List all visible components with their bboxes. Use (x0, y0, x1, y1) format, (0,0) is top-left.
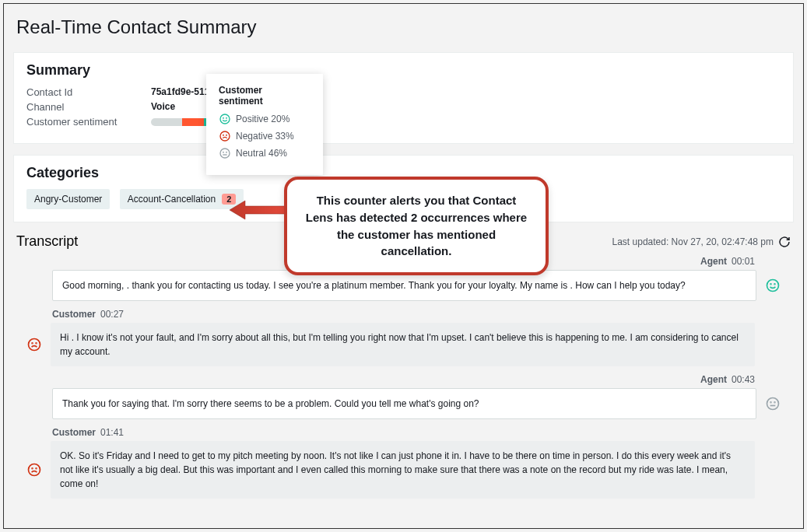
timestamp: 00:01 (732, 256, 755, 267)
annotation-callout: This counter alerts you that Contact Len… (284, 177, 549, 275)
contact-id-value: 75a1fd9e-511 (151, 86, 209, 98)
svg-point-16 (36, 343, 37, 344)
svg-point-21 (29, 464, 40, 476)
svg-point-3 (220, 131, 230, 141)
svg-point-0 (220, 114, 230, 124)
svg-point-1 (223, 117, 224, 118)
positive-label: Positive 20% (236, 114, 289, 124)
speaker-label: Customer (52, 427, 96, 438)
timestamp: 00:27 (100, 309, 124, 320)
svg-point-22 (32, 468, 33, 469)
summary-panel: Summary Contact Id 75a1fd9e-511 Channel … (13, 52, 794, 144)
sentiment-label: Customer sentiment (26, 116, 151, 128)
category-label: Angry-Customer (34, 194, 102, 205)
transcript-heading: Transcript (16, 233, 78, 250)
svg-point-7 (223, 152, 224, 152)
frown-icon (219, 130, 231, 142)
svg-point-18 (770, 402, 771, 403)
page-title: Real-Time Contact Summary (4, 13, 803, 52)
category-angry-customer[interactable]: Angry-Customer (26, 189, 110, 209)
sentiment-icon-positive (764, 278, 781, 293)
svg-point-11 (767, 280, 779, 292)
sentiment-popover-heading: Customer sentiment (219, 85, 309, 107)
svg-point-13 (774, 284, 775, 285)
last-updated-label: Last updated: Nov 27, 20, 02:47:48 pm (612, 236, 774, 247)
transcript-bubble: Thank you for saying that. I'm sorry the… (52, 388, 756, 419)
sentiment-popover: Customer sentiment Positive 20% Negative… (206, 74, 323, 175)
refresh-icon[interactable] (778, 236, 791, 248)
speaker-label: Agent (700, 374, 727, 385)
annotation-arrow-icon (230, 198, 292, 222)
sentiment-icon-negative (26, 337, 43, 352)
svg-point-15 (32, 343, 33, 344)
svg-point-6 (220, 149, 230, 158)
svg-marker-10 (230, 201, 292, 219)
category-account-cancellation[interactable]: Account-Cancellation 2 (120, 189, 244, 209)
sentiment-icon-negative (26, 462, 43, 478)
timestamp: 01:41 (100, 427, 124, 438)
sentiment-icon-neutral (764, 396, 781, 411)
smile-icon (219, 113, 231, 125)
svg-point-12 (770, 284, 771, 285)
transcript-bubble: OK. So it's Friday and I need to get to … (51, 441, 755, 499)
svg-point-19 (774, 402, 775, 403)
svg-point-14 (29, 339, 40, 351)
svg-point-8 (226, 152, 227, 152)
svg-point-4 (223, 135, 224, 135)
channel-label: Channel (26, 101, 151, 113)
svg-point-5 (226, 135, 227, 135)
category-label: Account-Cancellation (128, 194, 216, 205)
speaker-label: Agent (700, 256, 727, 267)
contact-id-label: Contact Id (26, 86, 151, 98)
neutral-face-icon (219, 147, 231, 159)
transcript-bubble: Hi . I know it's not your fault, and I'm… (51, 323, 755, 366)
channel-value: Voice (151, 101, 175, 113)
callout-text: This counter alerts you that Contact Len… (304, 192, 528, 260)
speaker-label: Customer (52, 309, 96, 320)
negative-label: Negative 33% (236, 131, 294, 142)
timestamp: 00:43 (732, 374, 755, 385)
neutral-label: Neutral 46% (236, 148, 287, 159)
summary-heading: Summary (26, 62, 781, 79)
svg-point-17 (767, 398, 779, 410)
svg-point-23 (36, 468, 37, 469)
svg-point-2 (226, 117, 227, 118)
